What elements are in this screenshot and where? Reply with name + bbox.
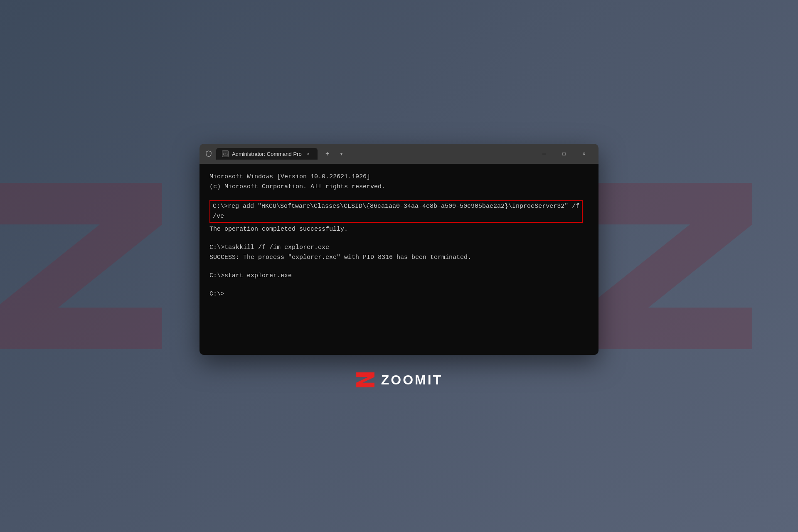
close-button[interactable]: ×: [574, 147, 594, 160]
tab-dropdown-button[interactable]: ▾: [336, 148, 347, 160]
terminal-blank-1: [209, 192, 589, 200]
terminal-window: C:\ Administrator: Command Pro × + ▾ ─ □…: [200, 144, 598, 355]
logo-text: ZOOMIT: [381, 372, 443, 388]
terminal-line-1: Microsoft Windows [Version 10.0.22621.19…: [209, 172, 589, 182]
minimize-button[interactable]: ─: [534, 147, 554, 160]
maximize-button[interactable]: □: [554, 147, 574, 160]
terminal-line-2: (c) Microsoft Corporation. All rights re…: [209, 182, 589, 192]
bg-z-left-icon: [0, 162, 183, 370]
terminal-line-4: The operation completed successfully.: [209, 224, 589, 234]
window-controls: ─ □ ×: [534, 147, 594, 160]
titlebar: C:\ Administrator: Command Pro × + ▾ ─ □…: [200, 144, 598, 164]
terminal-highlighted-line-1: C:\>reg add "HKCU\Software\Classes\CLSID…: [213, 202, 579, 212]
terminal-blank-3: [209, 263, 589, 271]
active-tab[interactable]: C:\ Administrator: Command Pro ×: [216, 148, 318, 160]
logo-area: ZOOMIT: [355, 372, 443, 388]
terminal-body: Microsoft Windows [Version 10.0.22621.19…: [200, 164, 598, 355]
terminal-line-8: C:\>: [209, 289, 589, 299]
svg-marker-0: [0, 183, 162, 349]
terminal-blank-2: [209, 234, 589, 243]
zoomit-z-icon: [355, 372, 375, 388]
svg-text:C:\: C:\: [223, 152, 228, 156]
highlighted-command-block: C:\>reg add "HKCU\Software\Classes\CLSID…: [209, 200, 583, 223]
svg-marker-1: [586, 183, 752, 349]
svg-marker-4: [356, 372, 374, 387]
terminal-highlighted-line-2: /ve: [213, 212, 579, 222]
shield-icon: [204, 150, 213, 158]
new-tab-button[interactable]: +: [321, 148, 334, 160]
terminal-line-5: C:\>taskkill /f /im explorer.exe: [209, 243, 589, 253]
cmd-icon: C:\: [222, 150, 229, 157]
tab-controls: + ▾: [321, 148, 347, 160]
tab-close-button[interactable]: ×: [305, 150, 312, 157]
terminal-blank-4: [209, 281, 589, 289]
tab-label: Administrator: Command Pro: [232, 151, 302, 157]
terminal-line-6: SUCCESS: The process "explorer.exe" with…: [209, 253, 589, 263]
terminal-line-7: C:\>start explorer.exe: [209, 271, 589, 281]
